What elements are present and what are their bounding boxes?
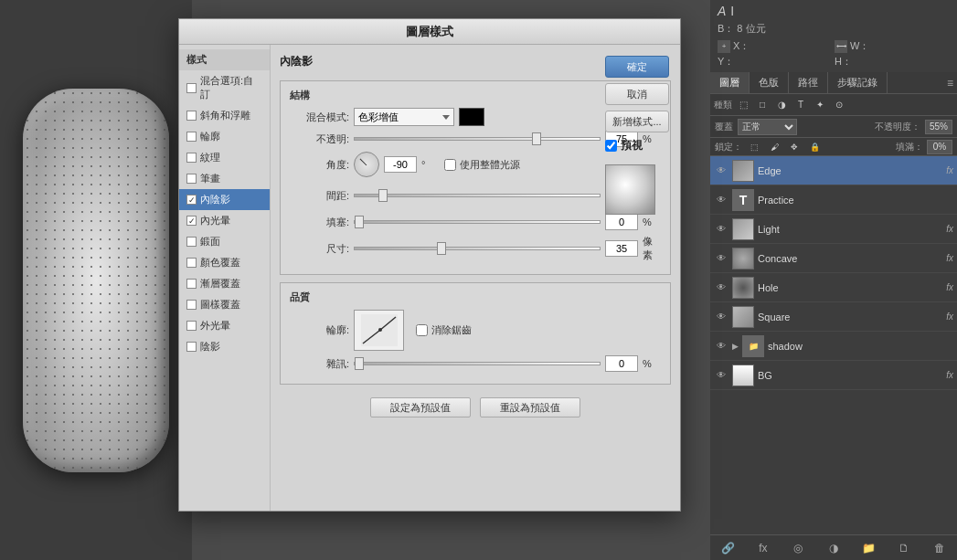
tab-paths[interactable]: 路徑 [789, 72, 828, 93]
outer-glow-checkbox[interactable] [186, 321, 197, 331]
texture-checkbox[interactable] [186, 153, 197, 163]
bevel-checkbox[interactable] [186, 111, 197, 121]
color-overlay-checkbox[interactable] [186, 258, 197, 268]
sidebar-item-inner-shadow[interactable]: ✓ 內陰影 [179, 189, 270, 210]
antialias-checkbox[interactable] [416, 324, 428, 336]
sidebar-item-color-overlay[interactable]: 顏色覆蓋 [179, 252, 270, 273]
b-info-row: B： 8 位元 [718, 22, 950, 36]
filter-pixel-icon[interactable]: □ [754, 97, 771, 113]
folder-arrow-icon[interactable]: ▶ [732, 342, 739, 351]
inner-glow-checkbox[interactable]: ✓ [186, 216, 197, 226]
filter-kind-icon[interactable]: ⬚ [735, 97, 751, 113]
new-layer-icon[interactable]: 🗋 [895, 539, 913, 557]
layer-item-light[interactable]: 👁 Light fx [710, 215, 957, 244]
noise-input[interactable] [605, 355, 638, 372]
lock-paint-icon[interactable]: 🖌 [766, 139, 782, 155]
contour-preview[interactable] [354, 310, 404, 351]
fill-value-input[interactable] [927, 140, 952, 154]
distance-slider[interactable] [354, 194, 601, 197]
eye-icon-practice[interactable]: 👁 [714, 193, 728, 207]
layer-item-edge[interactable]: 👁 Edge fx [710, 156, 957, 185]
sidebar-item-outer-glow[interactable]: 外光暈 [179, 315, 270, 336]
eye-icon-concave[interactable]: 👁 [714, 251, 728, 266]
pattern-overlay-checkbox[interactable] [186, 300, 197, 310]
contour-curve-svg [361, 314, 398, 346]
sidebar-item-gradient-overlay[interactable]: 漸層覆蓋 [179, 273, 270, 294]
blend-color-swatch[interactable] [459, 108, 484, 126]
blend-mode-dropdown[interactable]: 正常 [738, 119, 797, 135]
gradient-overlay-checkbox[interactable] [186, 279, 197, 289]
contour-label: 輪廓: [290, 323, 349, 337]
eye-icon-bg[interactable]: 👁 [714, 368, 728, 383]
sidebar-item-satin[interactable]: 鍛面 [179, 231, 270, 252]
size-slider[interactable] [354, 247, 601, 250]
satin-checkbox[interactable] [186, 237, 197, 247]
blend-checkbox[interactable] [186, 83, 197, 93]
blend-mode-select[interactable]: 色彩增值 [354, 108, 454, 126]
layer-name-hole: Hole [758, 282, 942, 293]
eye-icon-light[interactable]: 👁 [714, 222, 728, 237]
tab-layers[interactable]: 圖層 [710, 72, 750, 93]
x-icon-btn[interactable]: + [718, 40, 730, 53]
reset-default-button[interactable]: 重設為預設值 [480, 397, 580, 417]
opacity-slider[interactable] [354, 137, 601, 141]
add-mask-icon[interactable]: ◎ [789, 539, 807, 557]
w-item: ⟷ W： [835, 39, 950, 53]
sidebar-item-texture[interactable]: 紋理 [179, 147, 270, 168]
angle-input[interactable] [384, 156, 417, 173]
layer-item-hole[interactable]: 👁 Hole fx [710, 273, 957, 302]
choke-slider[interactable] [354, 220, 601, 224]
filter-smart-icon[interactable]: ⊙ [831, 97, 847, 113]
layer-item-square[interactable]: 👁 Square fx [710, 302, 957, 332]
add-style-icon[interactable]: fx [754, 539, 772, 557]
preview-checkbox[interactable] [605, 140, 617, 152]
size-input[interactable] [605, 240, 638, 257]
w-icon-btn[interactable]: ⟷ [835, 40, 847, 53]
link-layers-icon[interactable]: 🔗 [718, 539, 737, 557]
sidebar-item-drop-shadow[interactable]: 陰影 [179, 336, 270, 357]
new-fill-layer-icon[interactable]: ◑ [824, 539, 843, 557]
eye-icon-hole[interactable]: 👁 [714, 280, 728, 295]
new-style-button[interactable]: 新增樣式... [605, 111, 669, 132]
layer-item-bg[interactable]: 👁 BG fx [710, 361, 957, 390]
drop-shadow-checkbox[interactable] [186, 342, 197, 352]
thumb-square [732, 306, 754, 328]
sidebar-item-bevel[interactable]: 斜角和浮雕 [179, 105, 270, 126]
panel-menu-icon[interactable]: ≡ [947, 77, 953, 90]
lock-move-icon[interactable]: ✥ [786, 139, 803, 155]
sidebar-item-pattern-overlay[interactable]: 圖樣覆蓋 [179, 294, 270, 315]
global-light-checkbox[interactable] [444, 159, 456, 171]
choke-input[interactable] [605, 214, 638, 230]
eye-icon-shadow[interactable]: 👁 [714, 339, 728, 354]
layer-item-practice[interactable]: 👁 T Practice [710, 185, 957, 215]
lock-all-icon[interactable]: 🔒 [806, 139, 823, 155]
inner-shadow-checkbox[interactable]: ✓ [186, 195, 197, 205]
angle-dial[interactable] [354, 152, 379, 177]
stroke-checkbox[interactable] [186, 174, 197, 184]
layer-style-dialog[interactable]: 圖層樣式 樣式 混合選項:自訂 斜角和浮雕 輪廓 紋理 筆 [178, 18, 681, 512]
sidebar-item-stroke[interactable]: 筆畫 [179, 168, 270, 189]
opacity-value-input[interactable] [925, 120, 952, 134]
confirm-button[interactable]: 確定 [605, 56, 669, 78]
layer-item-shadow[interactable]: 👁 ▶ 📁 shadow [710, 332, 957, 361]
dialog-body: 樣式 混合選項:自訂 斜角和浮雕 輪廓 紋理 筆畫 ✓ [179, 45, 680, 511]
filter-adjust-icon[interactable]: ◑ [773, 97, 790, 113]
sidebar-item-contour[interactable]: 輪廓 [179, 126, 270, 147]
sidebar-item-blend[interactable]: 混合選項:自訂 [179, 70, 270, 105]
delete-layer-icon[interactable]: 🗑 [930, 539, 949, 557]
set-default-button[interactable]: 設定為預設值 [370, 397, 471, 417]
sidebar-item-inner-glow[interactable]: ✓ 內光暈 [179, 210, 270, 231]
contour-checkbox[interactable] [186, 132, 197, 142]
tab-channels[interactable]: 色版 [750, 72, 789, 93]
layer-item-concave[interactable]: 👁 Concave fx [710, 244, 957, 273]
tab-history[interactable]: 步驟記錄 [828, 72, 888, 93]
filter-shape-icon[interactable]: ✦ [812, 97, 828, 113]
lock-pixel-icon[interactable]: ⬚ [746, 139, 762, 155]
filter-type-icon[interactable]: T [792, 97, 809, 113]
angle-label: 角度: [290, 158, 349, 172]
cancel-button[interactable]: 取消 [605, 83, 669, 105]
eye-icon-edge[interactable]: 👁 [714, 164, 728, 178]
eye-icon-square[interactable]: 👁 [714, 310, 728, 324]
new-group-icon[interactable]: 📁 [860, 539, 878, 557]
noise-slider[interactable] [354, 362, 601, 365]
